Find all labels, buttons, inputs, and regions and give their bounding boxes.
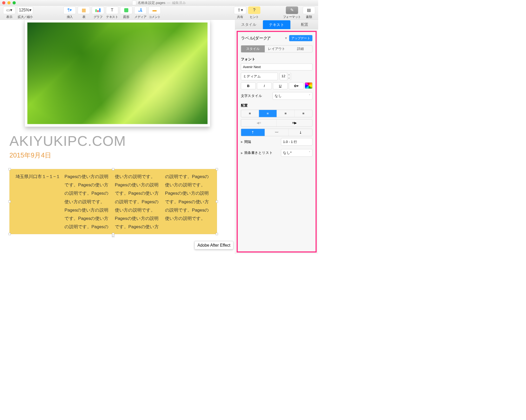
text-color-picker[interactable] <box>305 82 312 89</box>
valign-top-button[interactable]: ⤒ <box>241 129 265 136</box>
resize-handle[interactable] <box>9 200 11 202</box>
indent-controls: ◀≡ ≡▶ <box>241 119 312 127</box>
page-date[interactable]: 2015年9月4日 <box>9 151 225 160</box>
font-section-label: フォント <box>241 57 312 62</box>
share-button[interactable]: ⇧▾共有 <box>234 6 246 19</box>
bullets-select[interactable]: なし*˅ <box>281 149 312 157</box>
line-spacing-select[interactable]: 1.0 - 1 行 <box>281 138 312 146</box>
bullets-section[interactable]: ▶ 箇条書きとリスト なし*˅ <box>241 149 312 157</box>
document-button[interactable]: ▤書類 <box>303 6 315 19</box>
underline-button[interactable]: U <box>273 82 288 89</box>
valign-bottom-button[interactable]: ⤓ <box>289 129 312 136</box>
insert-button[interactable]: ¶▾挿入 <box>63 6 76 19</box>
hint-button[interactable]: ?ヒント <box>248 6 260 19</box>
align-center-button[interactable]: ≡ <box>259 110 277 117</box>
maximize-button[interactable] <box>12 1 16 4</box>
font-weight-select[interactable]: ミディアム <box>241 73 278 80</box>
toolbar: ▭▾表示 125% ▾拡大／縮小 ¶▾挿入 ▦表 グラフ Tテキスト 図形 🏞メ… <box>0 6 318 20</box>
body-text[interactable]: Pagesの使い方の説明です。Pagesの使い方の説明です。Pagesの使い方の… <box>64 174 209 229</box>
selected-text-block[interactable]: 埼玉県川口市１−１−１ Pagesの使い方の説明です。Pagesの使い方の説明で… <box>9 169 217 234</box>
valign-middle-button[interactable]: 〰 <box>265 129 289 136</box>
format-inspector: スタイル テキスト 配置 ラベル(ダーク)* ▼ アップデート スタイル レイア… <box>235 20 318 254</box>
tab-style[interactable]: スタイル <box>235 20 262 29</box>
text-subtabs: スタイル レイアウト 詳細 <box>241 45 312 52</box>
chart-button[interactable]: グラフ <box>92 6 104 19</box>
media-button[interactable]: 🏞メディア <box>134 6 147 19</box>
document-canvas[interactable]: AKIYUKIPC.COM 2015年9月4日 埼玉県川口市１−１−１ Page… <box>0 20 235 254</box>
subtab-more[interactable]: 詳細 <box>288 45 312 52</box>
alignment-section-label: 配置 <box>241 103 312 108</box>
shape-button[interactable]: 図形 <box>120 6 132 19</box>
paragraph-style-name[interactable]: ラベル(ダーク)* <box>241 35 283 41</box>
resize-handle[interactable] <box>216 233 218 235</box>
char-style-label: 文字スタイル <box>241 94 271 98</box>
zoom-button[interactable]: 125% ▾拡大／縮小 <box>17 6 33 19</box>
horizontal-align: ≡ ≡ ≡ ≡ <box>241 110 312 117</box>
garden-photo <box>27 23 207 124</box>
tab-text[interactable]: テキスト <box>263 20 290 29</box>
system-tooltip: Adobe After Effect <box>194 241 233 249</box>
chevron-down-icon[interactable]: ▼ <box>285 36 288 40</box>
align-left-button[interactable]: ≡ <box>241 110 259 117</box>
document-icon <box>132 1 136 5</box>
view-button[interactable]: ▭▾表示 <box>3 6 15 19</box>
text-panel-highlighted: ラベル(ダーク)* ▼ アップデート スタイル レイアウト 詳細 フォント Av… <box>237 31 317 253</box>
titlebar: 名称未設定.pages — 編集済み <box>0 0 318 6</box>
window-title: 名称未設定.pages — 編集済み <box>132 1 186 5</box>
indent-button[interactable]: ≡▶ <box>277 119 312 127</box>
vertical-align: ⤒ 〰 ⤓ <box>241 129 312 136</box>
resize-handle[interactable] <box>9 168 11 170</box>
resize-handle[interactable] <box>9 233 11 235</box>
window-controls <box>2 1 16 4</box>
resize-handle[interactable] <box>216 168 218 170</box>
update-style-button[interactable]: アップデート <box>289 35 313 41</box>
subtab-style[interactable]: スタイル <box>241 45 265 52</box>
tab-arrange[interactable]: 配置 <box>291 20 318 29</box>
align-justify-button[interactable]: ≡ <box>294 110 312 117</box>
close-button[interactable] <box>2 1 5 4</box>
font-size-stepper[interactable]: 12 ▲▼ <box>280 73 312 80</box>
inspector-tabs: スタイル テキスト 配置 <box>235 20 318 29</box>
page-heading[interactable]: AKIYUKIPC.COM <box>9 133 225 149</box>
spacing-section[interactable]: ▶ 間隔 1.0 - 1 行 <box>241 138 312 146</box>
align-right-button[interactable]: ≡ <box>277 110 295 117</box>
add-handle[interactable]: ＋ <box>112 235 115 237</box>
bold-button[interactable]: B <box>241 82 256 89</box>
format-button[interactable]: ✎フォーマット <box>283 6 301 19</box>
disclosure-triangle-icon: ▶ <box>241 140 243 143</box>
char-style-select[interactable]: なし˅ <box>273 92 312 100</box>
image-frame[interactable] <box>25 20 210 127</box>
text-options-button[interactable]: ✿▾ <box>289 82 304 89</box>
table-button[interactable]: ▦表 <box>78 6 90 19</box>
address-text[interactable]: 埼玉県川口市１−１−１ <box>14 172 61 181</box>
resize-handle[interactable] <box>216 200 218 202</box>
minimize-button[interactable] <box>7 1 10 4</box>
subtab-layout[interactable]: レイアウト <box>265 45 288 52</box>
resize-handle[interactable] <box>112 168 114 170</box>
disclosure-triangle-icon: ▶ <box>241 151 243 154</box>
outdent-button[interactable]: ◀≡ <box>241 119 277 127</box>
italic-button[interactable]: I <box>257 82 272 89</box>
text-button[interactable]: Tテキスト <box>106 6 118 19</box>
comment-button[interactable]: ▬コメント <box>148 6 161 19</box>
font-family-select[interactable]: Avenir Next <box>241 63 312 70</box>
